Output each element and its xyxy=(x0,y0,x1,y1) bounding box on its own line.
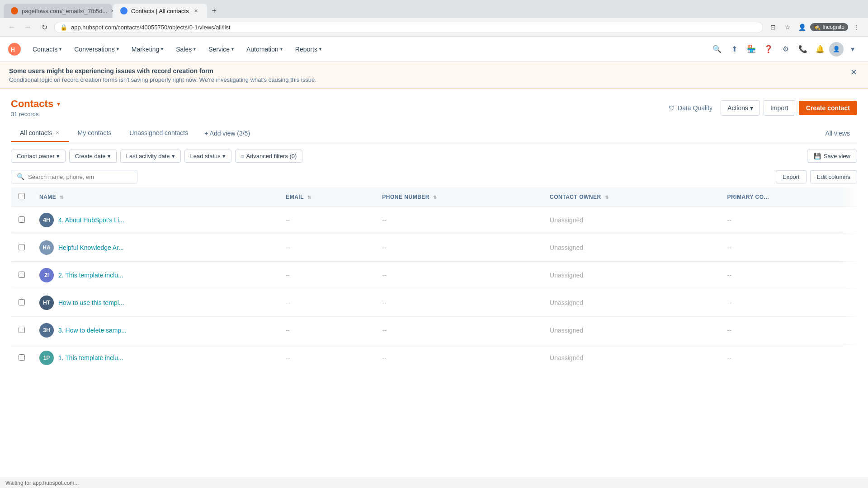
address-bar[interactable]: 🔒 app.hubspot.com/contacts/40055750/obje… xyxy=(54,22,763,33)
col-phone-label: PHONE NUMBER xyxy=(382,194,429,200)
edit-columns-button[interactable]: Edit columns xyxy=(810,170,857,183)
incognito-badge: 🕵 Incognito xyxy=(810,23,848,31)
table-toolbar: 🔍 Export Edit columns xyxy=(11,170,857,183)
row-owner-cell: Unassigned xyxy=(542,262,720,289)
nav-marketing-caret: ▾ xyxy=(161,47,163,52)
notifications-icon[interactable]: 🔔 xyxy=(812,41,828,57)
contact-name-link[interactable]: Helpful Knowledge Ar... xyxy=(58,244,124,251)
search-nav-button[interactable]: 🔍 xyxy=(709,41,725,57)
view-all-close[interactable]: ✕ xyxy=(55,130,60,136)
status-text: Waiting for app.hubspot.com... xyxy=(5,480,79,486)
view-tab-unassigned[interactable]: Unassigned contacts xyxy=(120,125,197,142)
create-date-filter[interactable]: Create date ▾ xyxy=(69,150,117,163)
row-primary-cell: -- xyxy=(720,234,857,262)
advanced-filters-label: Advanced filters (0) xyxy=(246,153,297,160)
nav-contacts-label: Contacts xyxy=(33,46,57,53)
last-activity-filter[interactable]: Last activity date ▾ xyxy=(120,150,181,163)
nav-service[interactable]: Service ▾ xyxy=(203,42,239,56)
contact-name-link[interactable]: 1. This template inclu... xyxy=(58,354,123,361)
contact-owner-filter[interactable]: Contact owner ▾ xyxy=(11,150,66,163)
marketplace-icon[interactable]: 🏪 xyxy=(743,41,760,57)
new-tab-button[interactable]: + xyxy=(208,5,221,17)
upgrade-icon[interactable]: ⬆ xyxy=(726,41,742,57)
nav-contacts[interactable]: Contacts ▾ xyxy=(27,42,67,56)
contact-name-link[interactable]: How to use this templ... xyxy=(58,299,124,306)
row-checkbox-3[interactable] xyxy=(19,299,25,305)
name-sort-icon[interactable]: ⇅ xyxy=(60,195,64,200)
all-views-button[interactable]: All views xyxy=(818,125,857,141)
actions-button[interactable]: Actions ▾ xyxy=(721,100,760,116)
nav-reports-caret: ▾ xyxy=(319,47,321,52)
page-title: Contacts ▾ xyxy=(11,98,60,110)
help-icon[interactable]: ❓ xyxy=(760,41,777,57)
contact-name-link[interactable]: 3. How to delete samp... xyxy=(58,327,127,334)
nav-sales[interactable]: Sales ▾ xyxy=(170,42,201,56)
refresh-button[interactable]: ↻ xyxy=(38,21,51,33)
row-email-cell: -- xyxy=(278,262,375,289)
nav-automation-caret: ▾ xyxy=(280,47,283,52)
contacts-title[interactable]: Contacts xyxy=(11,98,53,110)
row-checkbox-0[interactable] xyxy=(19,216,25,223)
edit-columns-label: Edit columns xyxy=(817,174,850,180)
lead-status-filter[interactable]: Lead status ▾ xyxy=(184,150,231,163)
owner-sort-icon[interactable]: ⇅ xyxy=(605,195,609,200)
banner-close-button[interactable]: ✕ xyxy=(849,67,859,77)
banner-description: Conditional logic on record creation for… xyxy=(9,76,316,83)
import-button[interactable]: Import xyxy=(764,100,795,116)
row-checkbox-2[interactable] xyxy=(19,272,25,278)
row-phone-cell: -- xyxy=(375,317,542,344)
title-caret-icon[interactable]: ▾ xyxy=(57,100,60,108)
save-view-button[interactable]: 💾 Save view xyxy=(807,150,857,163)
cast-icon[interactable]: ⊡ xyxy=(767,21,779,33)
settings-icon[interactable]: ⚙ xyxy=(778,41,794,57)
hubspot-logo[interactable]: H xyxy=(7,42,22,56)
add-view-button[interactable]: + Add view (3/5) xyxy=(197,125,257,141)
row-checkbox-5[interactable] xyxy=(19,354,25,361)
contact-name-link[interactable]: 4. About HubSpot's Li... xyxy=(58,216,124,224)
app: H Contacts ▾ Conversations ▾ Marketing ▾… xyxy=(0,37,868,488)
row-name-cell: 3H 3. How to delete samp... xyxy=(32,317,278,344)
browser-tab-1[interactable]: pageflows.com/_emails/_7fb5d... ✕ xyxy=(4,4,112,18)
record-count: 31 records xyxy=(11,111,60,117)
row-checkbox-4[interactable] xyxy=(19,327,25,333)
contact-name-link[interactable]: 2. This template inclu... xyxy=(58,272,123,279)
user-avatar[interactable]: 👤 xyxy=(829,42,844,56)
forward-button[interactable]: → xyxy=(22,21,34,33)
search-input[interactable] xyxy=(28,174,132,180)
data-quality-button[interactable]: 🛡 Data Quality xyxy=(664,102,717,114)
email-sort-icon[interactable]: ⇅ xyxy=(307,195,311,200)
export-button[interactable]: Export xyxy=(776,170,807,183)
view-tab-all[interactable]: All contacts ✕ xyxy=(11,125,69,142)
avatar-caret[interactable]: ▾ xyxy=(844,41,861,57)
browser-tab-2[interactable]: Contacts | All contacts ✕ xyxy=(113,4,207,18)
row-checkbox-cell xyxy=(11,289,33,317)
banner-title: Some users might be experiencing issues … xyxy=(9,67,316,75)
tab-close-2[interactable]: ✕ xyxy=(193,7,200,14)
back-button[interactable]: ← xyxy=(5,21,18,33)
select-all-checkbox[interactable] xyxy=(19,193,25,199)
contact-owner-caret: ▾ xyxy=(57,153,60,160)
row-owner-cell: Unassigned xyxy=(542,234,720,262)
actions-caret-icon: ▾ xyxy=(750,104,753,112)
phone-sort-icon[interactable]: ⇅ xyxy=(433,195,437,200)
view-tab-my[interactable]: My contacts xyxy=(69,125,121,142)
nav-service-label: Service xyxy=(208,46,230,53)
all-views-label: All views xyxy=(826,130,850,137)
search-box[interactable]: 🔍 xyxy=(11,170,137,183)
nav-automation[interactable]: Automation ▾ xyxy=(241,42,288,56)
row-primary-cell: -- xyxy=(720,206,857,234)
nav-conversations[interactable]: Conversations ▾ xyxy=(69,42,124,56)
row-checkbox-1[interactable] xyxy=(19,244,25,250)
nav-marketing[interactable]: Marketing ▾ xyxy=(126,42,169,56)
nav-reports[interactable]: Reports ▾ xyxy=(290,42,327,56)
phone-icon[interactable]: 📞 xyxy=(795,41,811,57)
nav-reports-label: Reports xyxy=(295,46,317,53)
create-contact-button[interactable]: Create contact xyxy=(799,101,857,115)
advanced-filters-button[interactable]: ≡ Advanced filters (0) xyxy=(235,150,303,163)
address-lock-icon: 🔒 xyxy=(60,24,67,31)
more-button[interactable]: ⋮ xyxy=(850,21,863,33)
add-view-label: + Add view (3/5) xyxy=(204,130,250,137)
bookmark-icon[interactable]: ☆ xyxy=(781,21,794,33)
row-checkbox-cell xyxy=(11,262,33,289)
profile-icon[interactable]: 👤 xyxy=(796,21,808,33)
